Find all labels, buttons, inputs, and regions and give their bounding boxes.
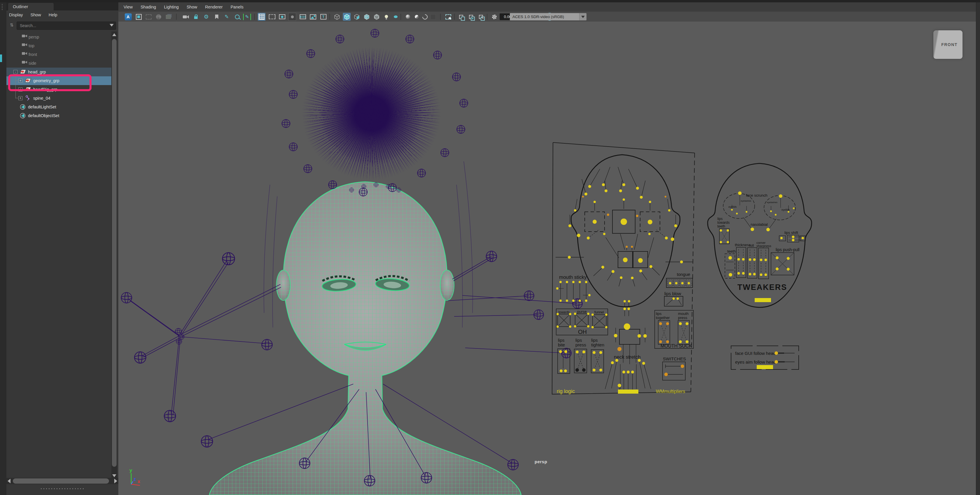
menu-shading[interactable]: Shading [140,5,156,10]
right-dock-strip[interactable] [976,2,980,495]
scrollbar-thumb[interactable] [112,39,116,467]
smooth-shade-cube-icon[interactable] [343,13,351,21]
scroll-left-icon[interactable] [8,479,11,483]
outliner-panel: Outliner Display Show Help ⇅ persp top f… [6,2,118,495]
select-highlight-a-icon[interactable]: A [124,13,132,21]
label-teeth: teeth [727,249,736,254]
xray-icon[interactable] [457,13,465,21]
camera-name-label: persp [535,459,547,464]
pan-zoom-icon[interactable] [233,13,241,21]
frame-selection-icon[interactable] [135,13,143,21]
colorspace-dropdown[interactable]: ACES 1.0 SDR-video (sRGB) [510,13,579,21]
screen-space-ao-icon[interactable] [404,13,412,21]
outliner-menubar: Display Show Help [6,11,121,19]
grid-icon[interactable] [258,13,266,21]
image-plane-icon[interactable] [309,13,317,21]
scroll-down-icon[interactable] [112,474,116,477]
field-chart-icon[interactable] [299,13,307,21]
gui-slider-bar[interactable] [757,365,773,369]
outliner-item-front[interactable]: front [6,50,112,59]
exposure-dial-icon[interactable] [490,13,498,21]
bookmark-icon[interactable] [213,13,221,21]
label-tweakers: TWEAKERS [738,283,788,292]
color-wheel-icon[interactable] [154,13,162,21]
left-controllers[interactable] [121,252,281,422]
outliner-item-spine-04[interactable]: + spine_04 [6,94,112,103]
follow-slider-handle[interactable] [775,360,778,363]
motion-blur-icon[interactable] [421,13,429,21]
camera-icon [22,34,27,38]
snapshot-icon[interactable] [164,13,172,21]
textured-cube-icon[interactable] [353,13,361,21]
tweakers-panel[interactable]: face scrunch eyelids eyelashes eyelashes… [708,163,812,307]
camera-lock-icon[interactable] [192,13,200,21]
menu-show[interactable]: Show [30,13,41,17]
outliner-horizontal-scrollbar[interactable] [6,478,118,484]
menu-panels[interactable]: Panels [231,5,243,10]
menu-lighting[interactable]: Lighting [164,5,179,10]
menu-view[interactable]: View [124,5,133,10]
head-mesh[interactable] [209,182,521,495]
xray-joints-icon[interactable] [467,13,475,21]
scroll-right-icon[interactable] [114,479,117,483]
dock-grip-icon[interactable] [2,4,3,10]
scroll-up-icon[interactable] [112,33,116,36]
colorspace-dropdown-arrow-icon[interactable] [579,13,587,21]
outliner-tab[interactable]: Outliner [8,3,54,11]
menu-renderer[interactable]: Renderer [205,5,223,10]
wireframe-cube-icon[interactable] [333,13,341,21]
camera-icon[interactable] [181,13,189,21]
expand-icon[interactable]: + [18,79,22,83]
wireframe-on-shaded-cube-icon[interactable] [363,13,371,21]
scrollbar-thumb[interactable] [13,478,109,484]
label-face-gui-follow-head: face GUI follow head [735,351,776,356]
dolly-disabled-icon[interactable] [145,13,153,21]
annotate-pencil-icon[interactable]: ✎ [243,13,251,21]
outliner-item-top[interactable]: top [6,41,112,50]
follow-head-box[interactable]: face GUI follow head eyes aim follow hea… [731,346,799,370]
outliner-item-defaultlightset[interactable]: defaultLightSet [6,103,112,111]
left-dock-strip[interactable] [0,2,6,495]
menu-show[interactable]: Show [186,5,197,10]
anti-aliasing-icon[interactable] [413,13,421,21]
outliner-item-geometry-grp[interactable]: + geometry_grp [6,76,112,85]
view-cube[interactable]: FRONT [933,30,963,59]
gui-slider-bar[interactable] [618,390,638,393]
label-wm-multipliers: WMmultipliers [656,389,685,394]
camera-attributes-icon[interactable]: ⚙ [202,13,210,21]
search-input[interactable] [17,22,116,30]
filter-icon[interactable]: ⇅ [9,22,14,28]
toolbar-separator [440,14,441,20]
panel-grip-dots[interactable] [41,488,84,489]
expand-icon[interactable]: + [18,96,22,100]
grease-pencil-icon[interactable]: ✎ [223,13,231,21]
menu-display[interactable]: Display [9,13,23,17]
outliner-item-defaultobjectset[interactable]: defaultObjectSet [6,111,112,120]
label-lips-bite: lips [558,338,565,343]
outliner-item-side[interactable]: side [6,59,112,68]
default-material-cube-icon[interactable] [372,13,380,21]
lights-icon[interactable] [382,13,390,21]
resolution-gate-icon[interactable] [278,13,286,21]
gate-mask-icon[interactable] [288,13,296,21]
label-funnel: funnel [594,310,604,314]
hud-icon[interactable]: T [320,13,327,21]
search-dropdown-icon[interactable] [110,24,114,27]
collapse-icon[interactable]: - [13,70,18,74]
toolbar-separator [487,14,487,20]
face-gui-panel[interactable]: mouth sticky towards [552,143,695,394]
follow-slider-handle[interactable] [775,351,778,355]
hair-wire-cluster[interactable] [282,29,460,199]
xray-active-components-icon[interactable] [477,13,485,21]
menu-help[interactable]: Help [49,13,57,17]
film-gate-icon[interactable] [268,13,276,21]
outliner-item-persp[interactable]: persp [6,33,112,41]
viewport-canvas[interactable]: mouth sticky towards [118,22,976,495]
viewport-renderer-icon[interactable] [429,13,437,21]
label-corner-sharpness: sharpness [756,244,771,248]
outliner-vertical-scrollbar[interactable] [111,32,117,479]
isolate-select-icon[interactable] [444,13,452,21]
shadows-icon[interactable] [392,13,399,21]
gui-slider-bar[interactable] [755,298,771,302]
axis-y-label: y [129,468,132,473]
